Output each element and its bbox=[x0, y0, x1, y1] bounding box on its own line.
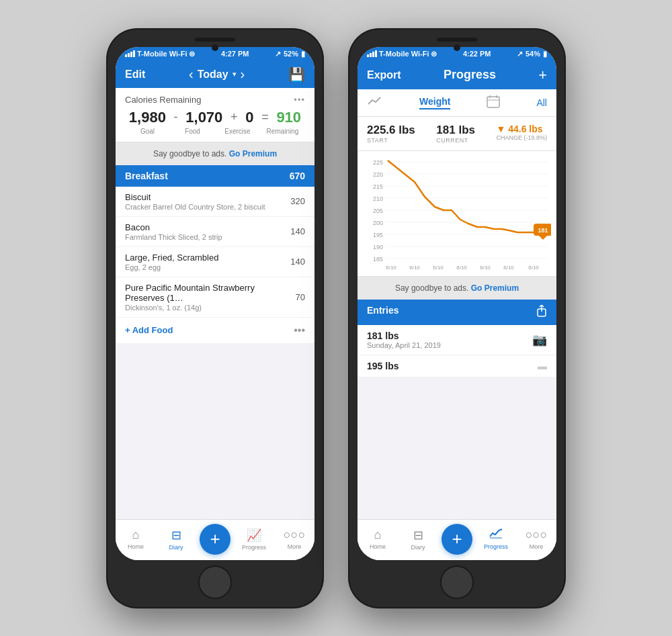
exercise-value: 0 bbox=[245, 109, 253, 126]
change-value: ▼ 44.6 lbs bbox=[496, 124, 547, 134]
status-right-1: ↗ 52% ▮ bbox=[275, 50, 305, 58]
entry-item-181[interactable]: 181 lbs Sunday, April 21, 2019 📷 bbox=[358, 325, 556, 355]
current-date[interactable]: Today bbox=[198, 69, 228, 81]
food-list: Biscuit Cracker Barrel Old Country Store… bbox=[116, 187, 314, 318]
calendar-tab-icon[interactable] bbox=[487, 95, 500, 111]
ad-text-1: Say goodbye to ads. bbox=[153, 149, 226, 158]
home-button-2[interactable] bbox=[440, 565, 474, 599]
prev-day-button[interactable]: ‹ bbox=[189, 66, 194, 82]
entry-item-195[interactable]: 195 lbs ▬ bbox=[358, 355, 556, 377]
phone-1: T-Mobile Wi-Fi ⊜ 4:27 PM ↗ 52% ▮ Edit ‹ … bbox=[108, 30, 323, 607]
svg-text:220: 220 bbox=[373, 171, 383, 178]
calories-menu-dots[interactable]: ••• bbox=[294, 95, 305, 105]
phone-2: T-Mobile Wi-Fi ⊜ 4:22 PM ↗ 54% ▮ Export … bbox=[349, 30, 564, 607]
ad-banner-1: Say goodbye to ads. Go Premium bbox=[116, 142, 314, 165]
food-item-eggs[interactable]: Large, Fried, Scrambled Egg, 2 egg 140 bbox=[116, 247, 314, 277]
go-premium-link-2[interactable]: Go Premium bbox=[471, 283, 519, 293]
next-day-button[interactable]: › bbox=[241, 66, 245, 82]
biscuit-name: Biscuit bbox=[125, 192, 265, 202]
go-premium-link-1[interactable]: Go Premium bbox=[229, 149, 277, 158]
breakfast-header[interactable]: Breakfast 670 bbox=[116, 165, 314, 187]
weight-chart: 225 220 215 210 205 200 195 190 185 bbox=[358, 151, 556, 277]
current-label: CURRENT bbox=[436, 137, 475, 144]
start-label: START bbox=[367, 137, 415, 144]
nav-add-button-1[interactable]: + bbox=[200, 524, 230, 555]
weight-stats: 225.6 lbs START 181 lbs CURRENT ▼ 44.6 l… bbox=[358, 117, 556, 151]
weight-tab[interactable]: Weight bbox=[419, 96, 450, 109]
time-2: 4:22 PM bbox=[463, 50, 491, 58]
entry-value-1: 181 lbs bbox=[367, 330, 441, 341]
food-item-bacon[interactable]: Bacon Farmland Thick Sliced, 2 strip 140 bbox=[116, 217, 314, 247]
food-item-biscuit[interactable]: Biscuit Cracker Barrel Old Country Store… bbox=[116, 187, 314, 217]
eggs-cal: 140 bbox=[290, 257, 305, 267]
signal-icon-2 bbox=[367, 50, 377, 57]
progress-content: Weight All 225.6 lbs START bbox=[358, 89, 556, 560]
nav-progress-2[interactable]: Progress bbox=[479, 528, 513, 550]
time-1: 4:27 PM bbox=[221, 50, 249, 58]
food-value: 1,070 bbox=[185, 109, 222, 126]
home-icon-1: ⌂ bbox=[132, 528, 140, 542]
wifi-icon: ⊜ bbox=[189, 50, 195, 58]
phone-1-screen: T-Mobile Wi-Fi ⊜ 4:27 PM ↗ 52% ▮ Edit ‹ … bbox=[116, 47, 314, 560]
more-label-2: More bbox=[530, 543, 544, 550]
nav-progress-1[interactable]: 📈 Progress bbox=[237, 528, 271, 551]
add-entry-button[interactable]: + bbox=[538, 66, 547, 84]
svg-text:190: 190 bbox=[373, 244, 383, 251]
home-button-1[interactable] bbox=[198, 565, 232, 599]
edit-button[interactable]: Edit bbox=[125, 69, 145, 81]
nav-more-2[interactable]: ○○○ More bbox=[519, 528, 553, 550]
diary-label-2: Diary bbox=[411, 544, 425, 551]
all-tab[interactable]: All bbox=[536, 97, 547, 108]
nav-diary-2[interactable]: ⊟ Diary bbox=[401, 528, 435, 551]
breakfast-calories: 670 bbox=[290, 171, 305, 181]
food-item-preserves[interactable]: Pure Pacific Mountain Strawberry Preserv… bbox=[116, 277, 314, 318]
wifi-icon-2: ⊜ bbox=[431, 50, 437, 58]
diary-icon-1: ⊟ bbox=[171, 528, 181, 543]
start-stat: 225.6 lbs START bbox=[367, 124, 415, 144]
svg-text:181: 181 bbox=[538, 227, 548, 234]
svg-text:6/10: 6/10 bbox=[433, 265, 444, 271]
phone-2-camera bbox=[454, 44, 460, 51]
progress-header: Export Progress + bbox=[358, 61, 556, 89]
eggs-desc: Egg, 2 egg bbox=[125, 263, 218, 271]
nav-diary-1[interactable]: ⊟ Diary bbox=[159, 528, 193, 551]
svg-text:200: 200 bbox=[373, 220, 383, 226]
diary-label-1: Diary bbox=[169, 544, 183, 551]
biscuit-desc: Cracker Barrel Old Country Store, 2 bisc… bbox=[125, 203, 265, 211]
nav-home-2[interactable]: ⌂ Home bbox=[361, 528, 394, 550]
signal-icon bbox=[125, 50, 135, 57]
diary-content: Calories Remaining ••• 1,980 - 1,070 + 0… bbox=[116, 88, 314, 560]
home-label-2: Home bbox=[370, 543, 386, 550]
diary-icon-2: ⊟ bbox=[413, 528, 423, 543]
more-label-1: More bbox=[288, 543, 302, 550]
svg-text:6/10: 6/10 bbox=[528, 265, 539, 271]
remaining-value: 910 bbox=[276, 109, 301, 126]
status-left-1: T-Mobile Wi-Fi ⊜ bbox=[125, 50, 195, 58]
change-label: CHANGE (-19.8%) bbox=[496, 134, 547, 141]
nav-more-1[interactable]: ○○○ More bbox=[278, 528, 311, 550]
chart-tab-icon[interactable] bbox=[367, 95, 383, 110]
nav-home-1[interactable]: ⌂ Home bbox=[119, 528, 153, 550]
minus-op: - bbox=[174, 110, 178, 124]
battery-1: 52% bbox=[284, 50, 298, 58]
calories-section: Calories Remaining ••• 1,980 - 1,070 + 0… bbox=[116, 88, 314, 142]
current-value: 181 lbs bbox=[436, 124, 475, 137]
progress-label-2: Progress bbox=[484, 543, 508, 550]
food-menu-dots[interactable]: ••• bbox=[294, 324, 305, 336]
home-label-1: Home bbox=[128, 543, 144, 550]
export-button[interactable]: Export bbox=[367, 69, 401, 81]
calories-labels: Goal Food Exercise Remaining bbox=[125, 128, 305, 135]
svg-marker-24 bbox=[539, 236, 547, 240]
nav-add-button-2[interactable]: + bbox=[442, 524, 472, 555]
add-food-button[interactable]: + Add Food bbox=[125, 325, 173, 335]
goal-label: Goal bbox=[131, 128, 165, 135]
diary-header: Edit ‹ Today ▾ › 💾 bbox=[116, 61, 314, 88]
image-icon: ▬ bbox=[538, 361, 547, 371]
location-icon-2: ↗ bbox=[517, 50, 523, 58]
preserves-cal: 70 bbox=[296, 292, 305, 302]
carrier-1: T-Mobile Wi-Fi bbox=[137, 50, 187, 58]
ad-text-2: Say goodbye to ads. bbox=[395, 283, 468, 293]
share-icon[interactable] bbox=[536, 305, 547, 320]
save-icon[interactable]: 💾 bbox=[288, 66, 305, 83]
change-stat: ▼ 44.6 lbs CHANGE (-19.8%) bbox=[496, 124, 547, 144]
